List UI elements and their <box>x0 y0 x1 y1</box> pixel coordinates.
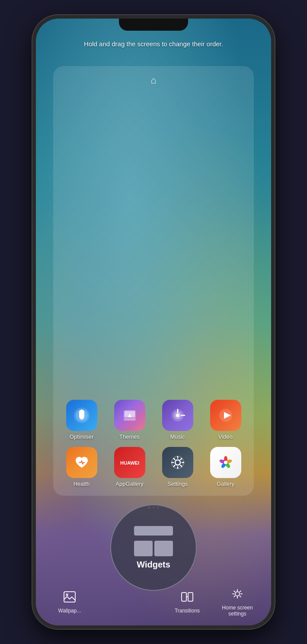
settings-label: Settings <box>167 481 188 487</box>
svg-point-21 <box>235 592 240 596</box>
app-item-themes[interactable]: Themes <box>110 400 149 440</box>
app-item-settings[interactable]: Settings <box>158 447 197 487</box>
svg-rect-17 <box>64 592 75 602</box>
app-item-optimiser[interactable]: Optimiser <box>62 400 101 440</box>
svg-point-5 <box>176 414 179 417</box>
svg-text:HUAWEI: HUAWEI <box>120 460 139 465</box>
music-label: Music <box>170 434 185 440</box>
optimiser-label: Optimiser <box>70 434 94 440</box>
widget-block-top <box>134 526 173 536</box>
phone-frame: Hold and drag the screens to change thei… <box>32 15 275 629</box>
wallpaper-action[interactable]: Wallpap... <box>52 591 87 614</box>
widgets-circle[interactable]: Widgets <box>110 504 197 591</box>
home-screen-settings-label: Home screen settings <box>222 605 253 617</box>
wallpaper-icon <box>63 591 76 606</box>
transitions-action[interactable]: Transitions <box>170 591 205 614</box>
transitions-label: Transitions <box>175 608 200 614</box>
video-label: Video <box>218 434 233 440</box>
svg-rect-2 <box>124 419 136 421</box>
widget-block-left <box>134 541 153 556</box>
themes-label: Themes <box>119 434 140 440</box>
svg-point-8 <box>175 460 180 465</box>
appgallery-icon: HUAWEI <box>114 447 145 478</box>
app-item-video[interactable]: Video <box>206 400 245 440</box>
app-item-music[interactable]: Music <box>158 400 197 440</box>
widget-block-right <box>154 541 173 556</box>
transitions-icon <box>181 591 194 606</box>
app-row-1: Optimiser Themes <box>58 400 249 440</box>
widgets-icon <box>134 526 173 556</box>
optimiser-icon <box>66 400 97 431</box>
svg-rect-20 <box>188 593 193 601</box>
app-row-2: Health HUAWEI AppGallery <box>58 447 249 487</box>
music-icon <box>162 400 193 431</box>
app-item-gallery[interactable]: Gallery <box>206 447 245 487</box>
health-icon <box>66 447 97 478</box>
home-screen-settings-action[interactable]: Home screen settings <box>220 588 255 617</box>
svg-rect-19 <box>182 593 186 601</box>
health-label: Health <box>74 481 90 487</box>
app-grid: ⌂ Optimiser <box>53 66 254 496</box>
svg-point-16 <box>224 461 227 464</box>
notch <box>119 19 188 31</box>
home-screen-settings-icon <box>231 588 244 603</box>
app-item-health[interactable]: Health <box>62 447 101 487</box>
svg-point-18 <box>66 593 68 596</box>
widgets-label: Widgets <box>137 560 170 570</box>
settings-icon <box>162 447 193 478</box>
appgallery-label: AppGallery <box>115 481 143 487</box>
gallery-icon <box>210 447 241 478</box>
bottom-dock: Widgets Wallpap... <box>36 496 271 625</box>
video-icon <box>210 400 241 431</box>
gallery-label: Gallery <box>217 481 234 487</box>
themes-icon <box>114 400 145 431</box>
wallpaper-label: Wallpap... <box>58 608 81 614</box>
screen: Hold and drag the screens to change thei… <box>36 19 271 625</box>
home-icon: ⌂ <box>150 75 156 86</box>
bottom-actions: Wallpap... Transitions <box>36 588 271 617</box>
app-item-appgallery[interactable]: HUAWEI AppGallery <box>110 447 149 487</box>
hint-text: Hold and drag the screens to change thei… <box>36 40 271 48</box>
